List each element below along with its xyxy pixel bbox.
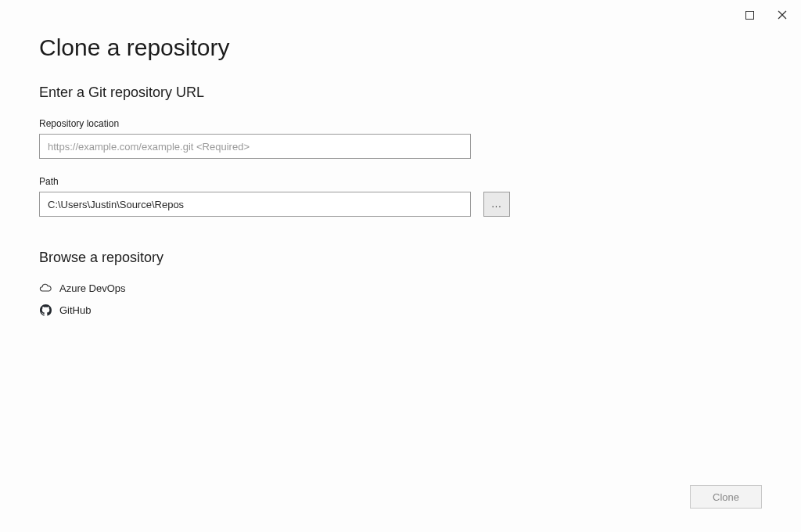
close-icon [778, 10, 787, 20]
maximize-icon [745, 11, 754, 20]
repo-location-input[interactable] [39, 134, 471, 159]
provider-github[interactable]: GitHub [39, 299, 762, 321]
enter-url-heading: Enter a Git repository URL [39, 84, 762, 101]
github-icon [39, 304, 52, 316]
maximize-button[interactable] [738, 6, 760, 23]
path-group: Path ... [39, 176, 762, 217]
repo-location-group: Repository location [39, 118, 762, 159]
footer: Clone [690, 485, 762, 509]
path-input[interactable] [39, 192, 471, 217]
close-button[interactable] [771, 6, 793, 23]
browse-repository-heading: Browse a repository [39, 250, 762, 266]
provider-label: Azure DevOps [59, 282, 126, 294]
browse-path-button[interactable]: ... [483, 192, 510, 217]
clone-button[interactable]: Clone [690, 485, 762, 509]
path-label: Path [39, 176, 762, 187]
repo-location-label: Repository location [39, 118, 762, 129]
browse-repository-section: Browse a repository Azure DevOps GitHub [39, 250, 762, 321]
page-title: Clone a repository [39, 34, 762, 61]
provider-azure-devops[interactable]: Azure DevOps [39, 277, 762, 299]
provider-label: GitHub [59, 304, 91, 316]
svg-rect-0 [745, 11, 753, 19]
window-controls [731, 0, 801, 30]
main-content: Clone a repository Enter a Git repositor… [0, 0, 801, 321]
cloud-icon [39, 282, 52, 294]
